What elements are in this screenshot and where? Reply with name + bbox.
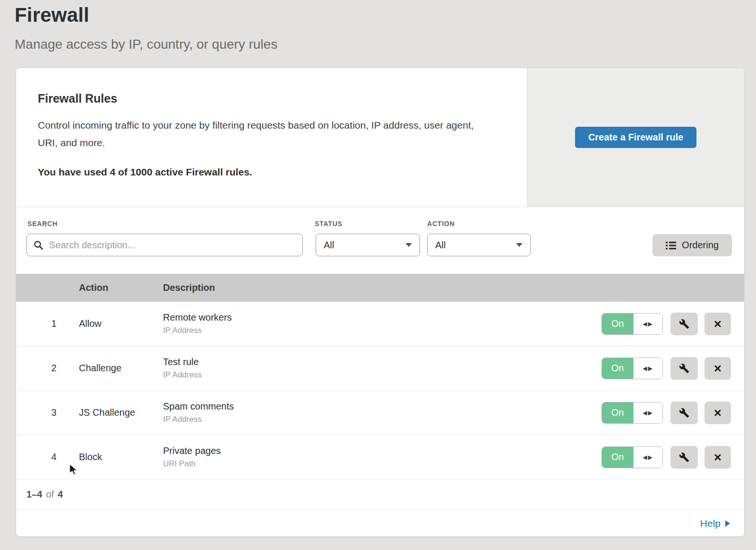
rule-enabled-toggle[interactable]: On ◀▶ — [601, 402, 663, 424]
edit-rule-button[interactable] — [670, 357, 698, 380]
table-row: 1 Allow Remote workers IP Address On ◀▶ — [16, 302, 744, 346]
delete-rule-button[interactable] — [704, 357, 731, 380]
rule-controls: On ◀▶ — [601, 446, 731, 469]
action-label: ACTION — [427, 220, 455, 227]
rule-action: Block — [79, 452, 150, 463]
rule-match-type: IP Address — [163, 415, 601, 424]
section-heading: Firewall Rules — [38, 92, 498, 105]
rule-description: Remote workers — [163, 312, 601, 323]
toggle-drag-handle[interactable]: ◀▶ — [633, 314, 662, 334]
card-footer: Help — [16, 510, 744, 537]
wrench-icon — [679, 319, 689, 329]
rule-description: Spam comments — [163, 401, 601, 412]
toggle-on-label[interactable]: On — [602, 314, 633, 334]
toggle-drag-handle[interactable]: ◀▶ — [633, 447, 662, 468]
rule-priority: 3 — [42, 407, 66, 418]
left-right-arrows-icon: ◀▶ — [643, 321, 653, 327]
pagination-total: 4 — [58, 489, 63, 500]
chevron-down-icon — [516, 243, 523, 247]
page-subtitle: Manage access by IP, country, or query r… — [15, 37, 277, 52]
action-select[interactable]: All — [427, 234, 531, 256]
search-box[interactable] — [26, 234, 303, 256]
rule-priority: 2 — [42, 363, 66, 374]
search-label: SEARCH — [27, 220, 58, 227]
status-label: STATUS — [315, 220, 343, 227]
search-input[interactable] — [49, 240, 296, 251]
chevron-down-icon — [405, 243, 412, 247]
toggle-on-label[interactable]: On — [602, 447, 633, 468]
create-rule-panel: Create a Firewall rule — [527, 68, 744, 207]
action-select-value: All — [435, 240, 446, 251]
rule-controls: On ◀▶ — [601, 313, 731, 335]
rule-match-type: URI Path — [163, 459, 601, 469]
wrench-icon — [679, 452, 689, 463]
table-header: Action Description — [16, 274, 744, 302]
delete-rule-button[interactable] — [704, 313, 731, 335]
table-row: 2 Challenge Test rule IP Address On ◀▶ — [16, 346, 744, 391]
page-title: Firewall — [15, 4, 277, 26]
left-right-arrows-icon: ◀▶ — [643, 365, 653, 372]
delete-rule-button[interactable] — [704, 446, 731, 469]
rule-enabled-toggle[interactable]: On ◀▶ — [601, 313, 663, 335]
help-link[interactable]: Help — [700, 518, 730, 529]
pagination-of-label: of — [46, 489, 54, 500]
wrench-icon — [679, 408, 689, 418]
ordering-button-label: Ordering — [682, 240, 719, 251]
toggle-drag-handle[interactable]: ◀▶ — [633, 358, 662, 379]
rule-match-type: IP Address — [163, 370, 601, 380]
rule-description-cell: Remote workers IP Address — [163, 312, 601, 335]
rule-description-cell: Private pages URI Path — [163, 445, 601, 469]
rule-action: JS Challenge — [79, 407, 150, 418]
help-arrow-icon — [725, 520, 730, 527]
close-icon — [713, 364, 722, 373]
firewall-card: Firewall Rules Control incoming traffic … — [16, 68, 745, 537]
pagination-range: 1–4 — [26, 489, 42, 500]
toggle-on-label[interactable]: On — [602, 358, 633, 379]
close-icon — [713, 319, 722, 329]
table-row: 3 JS Challenge Spam comments IP Address … — [16, 391, 744, 435]
firewall-rules-intro-section: Firewall Rules Control incoming traffic … — [16, 68, 744, 207]
rule-action: Allow — [79, 318, 150, 329]
toggle-on-label[interactable]: On — [602, 402, 633, 423]
create-firewall-rule-button[interactable]: Create a Firewall rule — [575, 127, 696, 148]
filter-bar: SEARCH STATUS ACTION All All — [16, 207, 744, 274]
rule-description-cell: Test rule IP Address — [163, 357, 601, 380]
rule-description: Private pages — [163, 445, 601, 456]
firewall-rules-intro: Firewall Rules Control incoming traffic … — [16, 68, 527, 207]
status-select-value: All — [324, 240, 334, 251]
edit-rule-button[interactable] — [670, 446, 698, 469]
ordering-button[interactable]: Ordering — [653, 234, 732, 256]
rule-action: Challenge — [79, 363, 150, 374]
page-header: Firewall Manage access by IP, country, o… — [15, 4, 277, 52]
search-icon — [34, 240, 43, 250]
rule-controls: On ◀▶ — [601, 357, 731, 380]
rule-enabled-toggle[interactable]: On ◀▶ — [601, 358, 663, 379]
edit-rule-button[interactable] — [670, 402, 698, 424]
left-right-arrows-icon: ◀▶ — [643, 410, 653, 416]
delete-rule-button[interactable] — [704, 402, 731, 424]
close-icon — [713, 408, 722, 418]
section-description: Control incoming traffic to your zone by… — [38, 116, 488, 151]
rule-enabled-toggle[interactable]: On ◀▶ — [601, 446, 663, 468]
toggle-drag-handle[interactable]: ◀▶ — [633, 402, 662, 423]
status-select[interactable]: All — [316, 234, 420, 256]
rule-priority: 1 — [42, 318, 66, 329]
ordering-list-icon — [666, 241, 676, 250]
usage-note: You have used 4 of 1000 active Firewall … — [38, 166, 498, 178]
table-row: 4 Block Private pages URI Path On ◀▶ — [16, 435, 744, 480]
rule-description-cell: Spam comments IP Address — [163, 401, 601, 424]
rule-controls: On ◀▶ — [601, 402, 731, 424]
close-icon — [713, 453, 722, 462]
help-link-label: Help — [700, 518, 721, 529]
rule-priority: 4 — [42, 452, 66, 463]
edit-rule-button[interactable] — [670, 313, 698, 335]
column-header-description: Description — [163, 282, 215, 293]
column-header-action: Action — [79, 282, 163, 293]
pagination: 1–4 of 4 — [16, 480, 744, 510]
rule-match-type: IP Address — [163, 326, 601, 335]
wrench-icon — [679, 363, 689, 374]
rule-description: Test rule — [163, 357, 601, 367]
left-right-arrows-icon: ◀▶ — [643, 454, 653, 461]
